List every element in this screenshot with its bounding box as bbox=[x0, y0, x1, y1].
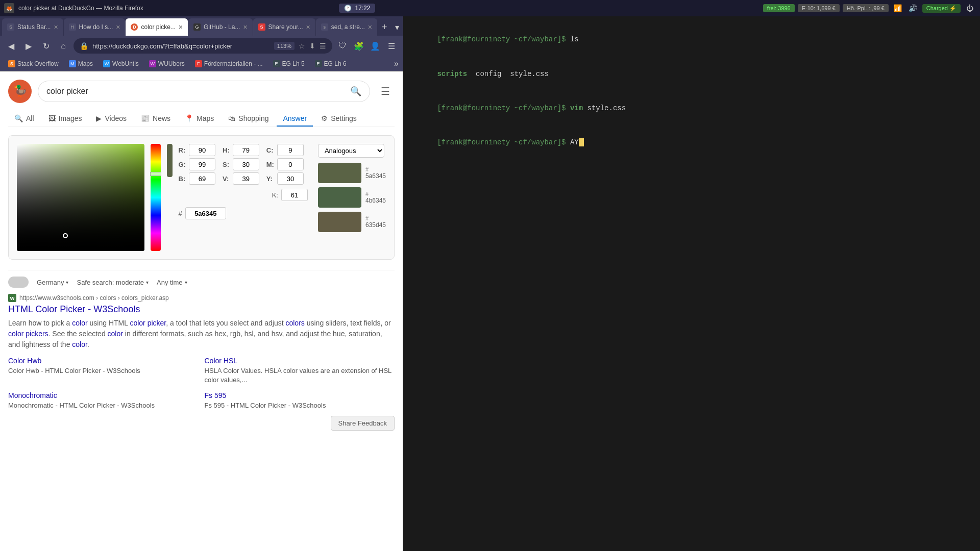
tab-images[interactable]: 🖼Images bbox=[42, 111, 88, 127]
back-button[interactable]: ◀ bbox=[4, 39, 18, 53]
region-toggle[interactable] bbox=[8, 277, 29, 288]
tab-favicon-3: D bbox=[131, 23, 138, 31]
v-input[interactable] bbox=[233, 172, 259, 185]
bookmark-eg-lh6[interactable]: E EG Lh 6 bbox=[311, 59, 351, 68]
tab-maps[interactable]: 📍Maps bbox=[179, 111, 220, 127]
shield-icon[interactable]: 🛡 bbox=[335, 39, 350, 53]
e10-badge: E-10: 1,699 € bbox=[798, 4, 840, 12]
selected-color-preview bbox=[167, 144, 173, 177]
sub-link-color-hwb-desc: Color Hwb - HTML Color Picker - W3School… bbox=[8, 366, 199, 375]
bookmark-wuubers[interactable]: W WUUbers bbox=[145, 59, 189, 68]
snippet-link-color-pickers[interactable]: color pickers bbox=[8, 330, 48, 338]
k-label: K: bbox=[272, 191, 278, 199]
b-input[interactable] bbox=[189, 172, 215, 185]
volume-icon: 🔊 bbox=[907, 2, 919, 14]
ddg-menu-button[interactable]: ☰ bbox=[376, 85, 395, 97]
profile-icon[interactable]: 👤 bbox=[368, 39, 382, 53]
snippet-link-color3[interactable]: color bbox=[72, 340, 87, 348]
tab-all[interactable]: 🔍All bbox=[8, 111, 40, 127]
analogous-dropdown[interactable]: Analogous Monochromatic Complementary Tr… bbox=[318, 144, 384, 158]
tab-overflow-button[interactable]: ▾ bbox=[392, 18, 402, 36]
ddg-search-bar[interactable]: 🔍 bbox=[38, 81, 370, 102]
ddg-search-button[interactable]: 🔍 bbox=[350, 86, 361, 97]
snippet-text-1: Learn how to pick a bbox=[8, 319, 72, 327]
sub-link-fs595: Fs 595 Fs 595 - HTML Color Picker - W3Sc… bbox=[205, 391, 395, 410]
hue-slider[interactable] bbox=[151, 144, 161, 251]
r-input[interactable] bbox=[189, 144, 215, 156]
sub-link-monochromatic-desc: Monochromatic - HTML Color Picker - W3Sc… bbox=[8, 401, 199, 410]
tab-news[interactable]: 📰News bbox=[135, 111, 177, 127]
region-filter[interactable]: Germany ▾ bbox=[37, 279, 68, 286]
address-bar[interactable] bbox=[92, 42, 270, 50]
time-label: Any time bbox=[157, 279, 183, 286]
tab-images-icon: 🖼 bbox=[48, 114, 56, 122]
bookmark-fordermaterialien[interactable]: F Fördermaterialien - ... bbox=[191, 59, 267, 68]
forward-button[interactable]: ▶ bbox=[21, 39, 36, 53]
result-title-link[interactable]: HTML Color Picker - W3Schools bbox=[8, 304, 395, 315]
bookmarks-overflow-button[interactable]: » bbox=[394, 59, 399, 68]
tab-how-do-i[interactable]: H How do I s... × bbox=[64, 18, 126, 36]
swatch-hex-3: 635d45 bbox=[365, 221, 386, 229]
main-area: S Status Bar... × H How do I s... × D co… bbox=[0, 16, 980, 551]
bookmark-stackoverflow[interactable]: S Stack Overflow bbox=[4, 59, 63, 68]
hue-thumb bbox=[150, 172, 161, 176]
swatch-1[interactable] bbox=[318, 163, 361, 183]
g-input[interactable] bbox=[189, 158, 215, 170]
tab-shopping-label: Shopping bbox=[238, 114, 268, 122]
tab-color-picker[interactable]: D color picke... × bbox=[126, 18, 188, 36]
sub-link-color-hsl-title[interactable]: Color HSL bbox=[205, 357, 238, 365]
history-icon[interactable]: ☰ bbox=[320, 42, 326, 50]
time-filter[interactable]: Any time ▾ bbox=[157, 279, 187, 286]
tab-shopping[interactable]: 🛍Shopping bbox=[222, 111, 275, 127]
download-icon[interactable]: ⬇ bbox=[309, 42, 315, 50]
sub-link-fs595-title[interactable]: Fs 595 bbox=[205, 391, 227, 399]
safe-search-filter[interactable]: Safe search: moderate ▾ bbox=[77, 279, 149, 286]
tab-close-5[interactable]: × bbox=[306, 23, 310, 31]
sub-link-color-hwb: Color Hwb Color Hwb - HTML Color Picker … bbox=[8, 356, 199, 385]
tab-add-button[interactable]: + bbox=[378, 18, 391, 36]
result-source: w https://www.w3schools.com › colors › c… bbox=[8, 294, 395, 302]
s-input[interactable] bbox=[233, 158, 259, 170]
snippet-link-color2[interactable]: color bbox=[108, 330, 123, 338]
tab-answer[interactable]: Answer bbox=[277, 111, 313, 127]
ddg-header: 🦆 🔍 ☰ bbox=[8, 80, 395, 103]
home-button[interactable]: ⌂ bbox=[56, 39, 70, 53]
swatch-3[interactable] bbox=[318, 212, 361, 232]
snippet-link-color1[interactable]: color bbox=[72, 319, 87, 327]
menu-icon[interactable]: ☰ bbox=[384, 39, 399, 53]
snippet-link-color-picker[interactable]: color picker bbox=[130, 319, 166, 327]
tab-share-your[interactable]: S Share your... × bbox=[253, 18, 315, 36]
tab-close-3[interactable]: × bbox=[179, 23, 183, 31]
tab-close-4[interactable]: × bbox=[243, 23, 247, 31]
bookmark-star-icon[interactable]: ☆ bbox=[299, 42, 305, 50]
h-input[interactable] bbox=[233, 144, 259, 156]
tab-close-6[interactable]: × bbox=[368, 23, 372, 31]
tab-status-bar[interactable]: S Status Bar... × bbox=[2, 18, 63, 36]
y-input[interactable] bbox=[277, 172, 304, 185]
reload-button[interactable]: ↻ bbox=[39, 39, 53, 53]
bookmark-maps[interactable]: M Maps bbox=[65, 59, 97, 68]
bookmark-webuntis[interactable]: W WebUntis bbox=[99, 59, 143, 68]
tab-close-2[interactable]: × bbox=[116, 23, 120, 31]
search-nav-tabs: 🔍All 🖼Images ▶Videos 📰News 📍Maps 🛍Shoppi… bbox=[8, 111, 395, 127]
tab-videos[interactable]: ▶Videos bbox=[90, 111, 133, 127]
m-input[interactable] bbox=[277, 158, 304, 170]
extensions-icon[interactable]: 🧩 bbox=[352, 39, 366, 53]
tab-sed[interactable]: s sed, a stre... × bbox=[316, 18, 377, 36]
tab-settings[interactable]: ⚙Settings bbox=[315, 111, 363, 127]
tab-github[interactable]: G GitHub - La... × bbox=[188, 18, 253, 36]
share-feedback-button[interactable]: Share Feedback bbox=[331, 416, 395, 431]
color-cursor bbox=[63, 233, 68, 238]
address-bar-wrap[interactable]: 🔒 113% ☆ ⬇ ☰ bbox=[74, 38, 332, 54]
tab-close-1[interactable]: × bbox=[54, 23, 58, 31]
swatch-2[interactable] bbox=[318, 187, 361, 208]
hex-input[interactable] bbox=[185, 207, 226, 219]
sub-link-monochromatic-title[interactable]: Monochromatic bbox=[8, 391, 57, 399]
k-input[interactable] bbox=[281, 189, 308, 201]
color-gradient[interactable] bbox=[17, 144, 144, 251]
bookmark-eg-lh5[interactable]: E EG Lh 5 bbox=[269, 59, 309, 68]
snippet-link-colors[interactable]: colors bbox=[285, 319, 304, 327]
c-input[interactable] bbox=[277, 144, 304, 156]
sub-link-color-hwb-title[interactable]: Color Hwb bbox=[8, 357, 41, 365]
ddg-search-input[interactable] bbox=[46, 87, 346, 96]
